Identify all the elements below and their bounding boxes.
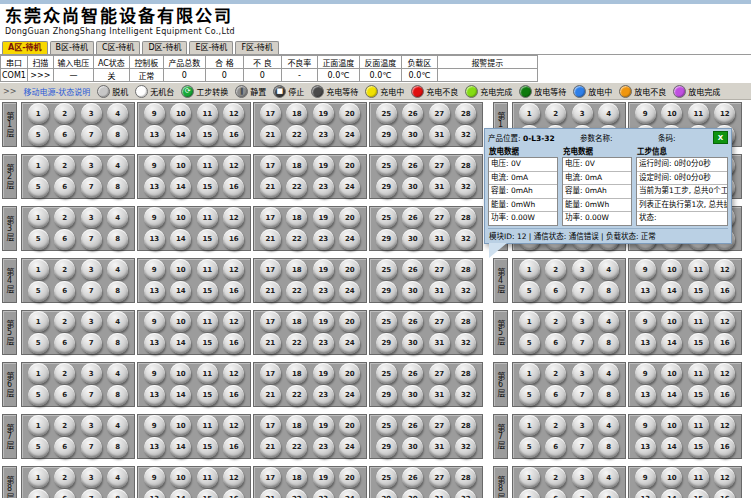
cell-button[interactable]: 12 — [223, 207, 244, 228]
cell-button[interactable]: 14 — [661, 385, 682, 406]
cell-button[interactable]: 25 — [376, 363, 397, 384]
cell-button[interactable]: 8 — [598, 333, 619, 354]
cell-button[interactable]: 22 — [286, 229, 307, 250]
cell-button[interactable]: 18 — [286, 259, 307, 280]
cell-button[interactable]: 3 — [81, 415, 102, 436]
cell-button[interactable]: 24 — [339, 125, 360, 146]
cell-button[interactable]: 12 — [714, 311, 735, 332]
cell-button[interactable]: 29 — [376, 177, 397, 198]
cell-button[interactable]: 23 — [313, 177, 334, 198]
tab-zone-1[interactable]: B区-待机 — [50, 41, 94, 54]
cell-button[interactable]: 5 — [28, 281, 49, 302]
cell-button[interactable]: 7 — [81, 437, 102, 458]
cell-button[interactable]: 11 — [197, 259, 218, 280]
cell-button[interactable]: 16 — [223, 489, 244, 498]
cell-button[interactable]: 2 — [54, 103, 75, 124]
cell-button[interactable]: 1 — [28, 311, 49, 332]
cell-button[interactable]: 17 — [260, 207, 281, 228]
cell-button[interactable]: 10 — [661, 311, 682, 332]
cell-button[interactable]: 30 — [402, 125, 423, 146]
cell-button[interactable]: 14 — [661, 489, 682, 498]
cell-button[interactable]: 9 — [144, 311, 165, 332]
status-legend-link[interactable]: 移动电源-状态说明 — [23, 86, 90, 97]
cell-button[interactable]: 13 — [144, 229, 165, 250]
cell-button[interactable]: 15 — [688, 437, 709, 458]
cell-button[interactable]: 1 — [28, 155, 49, 176]
cell-button[interactable]: 3 — [81, 207, 102, 228]
cell-button[interactable]: 18 — [286, 467, 307, 488]
cell-button[interactable]: 9 — [635, 415, 656, 436]
cell-button[interactable]: 20 — [339, 467, 360, 488]
cell-button[interactable]: 14 — [661, 437, 682, 458]
cell-button[interactable]: 1 — [519, 103, 540, 124]
cell-button[interactable]: 27 — [429, 415, 450, 436]
cell-button[interactable]: 16 — [223, 281, 244, 302]
cell-button[interactable]: 6 — [545, 333, 566, 354]
cell-button[interactable]: 12 — [714, 363, 735, 384]
cell-button[interactable]: 30 — [402, 281, 423, 302]
cell-button[interactable]: 1 — [519, 311, 540, 332]
cell-button[interactable]: 19 — [313, 467, 334, 488]
cell-button[interactable]: 9 — [635, 467, 656, 488]
tab-zone-5[interactable]: F区-待机 — [235, 41, 279, 54]
cell-button[interactable]: 5 — [519, 489, 540, 498]
cell-button[interactable]: 30 — [402, 385, 423, 406]
cell-button[interactable]: 24 — [339, 281, 360, 302]
cell-button[interactable]: 28 — [455, 467, 476, 488]
cell-button[interactable]: 13 — [144, 125, 165, 146]
cell-button[interactable]: 26 — [402, 467, 423, 488]
cell-button[interactable]: 10 — [661, 103, 682, 124]
cell-button[interactable]: 32 — [455, 437, 476, 458]
cell-button[interactable]: 25 — [376, 467, 397, 488]
cell-button[interactable]: 14 — [661, 281, 682, 302]
tab-zone-4[interactable]: E区-待机 — [189, 41, 233, 54]
cell-button[interactable]: 2 — [54, 415, 75, 436]
cell-button[interactable]: 7 — [81, 333, 102, 354]
cell-button[interactable]: 6 — [545, 437, 566, 458]
cell-button[interactable]: 4 — [107, 363, 128, 384]
cell-button[interactable]: 4 — [107, 259, 128, 280]
cell-button[interactable]: 13 — [144, 385, 165, 406]
cell-button[interactable]: 32 — [455, 177, 476, 198]
cell-button[interactable]: 30 — [402, 333, 423, 354]
cell-button[interactable]: 18 — [286, 207, 307, 228]
cell-button[interactable]: 21 — [260, 489, 281, 498]
cell-button[interactable]: 14 — [170, 281, 191, 302]
cell-button[interactable]: 31 — [429, 177, 450, 198]
cell-button[interactable]: 17 — [260, 363, 281, 384]
cell-button[interactable]: 27 — [429, 103, 450, 124]
cell-button[interactable]: 7 — [81, 281, 102, 302]
cell-button[interactable]: 24 — [339, 229, 360, 250]
cell-button[interactable]: 10 — [170, 207, 191, 228]
cell-button[interactable]: 3 — [572, 363, 593, 384]
cell-button[interactable]: 27 — [429, 467, 450, 488]
cell-button[interactable]: 25 — [376, 207, 397, 228]
cell-button[interactable]: 3 — [81, 311, 102, 332]
cell-button[interactable]: 23 — [313, 437, 334, 458]
cell-button[interactable]: 4 — [107, 155, 128, 176]
cell-button[interactable]: 4 — [598, 415, 619, 436]
cell-button[interactable]: 18 — [286, 363, 307, 384]
cell-button[interactable]: 32 — [455, 385, 476, 406]
cell-button[interactable]: 5 — [519, 333, 540, 354]
cell-button[interactable]: 23 — [313, 489, 334, 498]
cell-button[interactable]: 4 — [107, 467, 128, 488]
cell-button[interactable]: 30 — [402, 489, 423, 498]
tab-zone-0[interactable]: A区-待机 — [2, 41, 48, 54]
cell-button[interactable]: 22 — [286, 125, 307, 146]
cell-button[interactable]: 7 — [81, 229, 102, 250]
cell-button[interactable]: 8 — [598, 385, 619, 406]
cell-button[interactable]: 10 — [170, 311, 191, 332]
cell-button[interactable]: 23 — [313, 125, 334, 146]
cell-button[interactable]: 17 — [260, 259, 281, 280]
cell-button[interactable]: 10 — [661, 259, 682, 280]
cell-button[interactable]: 1 — [519, 467, 540, 488]
cell-button[interactable]: 4 — [598, 259, 619, 280]
cell-button[interactable]: 10 — [170, 363, 191, 384]
cell-button[interactable]: 11 — [688, 415, 709, 436]
cell-button[interactable]: 6 — [54, 281, 75, 302]
cell-button[interactable]: 2 — [54, 311, 75, 332]
cell-button[interactable]: 18 — [286, 103, 307, 124]
cell-button[interactable]: 16 — [714, 489, 735, 498]
cell-button[interactable]: 28 — [455, 259, 476, 280]
